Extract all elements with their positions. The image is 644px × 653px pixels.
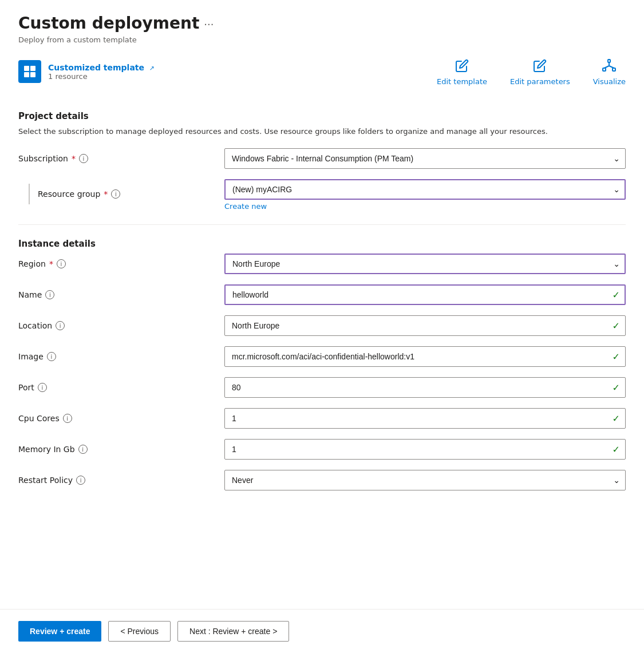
visualize-action[interactable]: Visualize: [593, 58, 626, 86]
svg-rect-0: [24, 66, 29, 71]
edit-parameters-action[interactable]: Edit parameters: [510, 58, 570, 86]
template-resources: 1 resource: [48, 72, 155, 81]
name-input[interactable]: [224, 284, 626, 305]
field-region: Region * i North Europe ⌄: [18, 254, 626, 274]
location-input[interactable]: [224, 315, 626, 336]
subscription-required: *: [72, 154, 76, 163]
visualize-icon: [601, 58, 617, 74]
port-input[interactable]: [224, 377, 626, 398]
svg-rect-1: [30, 66, 35, 71]
location-label: Location: [18, 321, 52, 330]
subscription-group: Subscription * i Windows Fabric - Intern…: [18, 148, 626, 169]
restart-policy-select[interactable]: Never: [224, 470, 626, 490]
restart-policy-info-icon[interactable]: i: [76, 476, 85, 485]
external-link-icon: ↗: [149, 65, 155, 72]
resource-group-group: Resource group * i (New) myACIRG ⌄ Creat…: [18, 179, 626, 211]
instance-details-title: Instance details: [18, 239, 626, 249]
name-label: Name: [18, 290, 42, 299]
edit-template-action[interactable]: Edit template: [437, 58, 487, 86]
project-details-desc: Select the subscription to manage deploy…: [18, 126, 626, 137]
edit-parameters-icon: [532, 58, 548, 74]
resource-group-required: *: [104, 189, 108, 199]
footer: Review + create < Previous Next : Review…: [0, 609, 644, 653]
port-info-icon[interactable]: i: [38, 383, 47, 392]
region-required: *: [49, 259, 53, 268]
memory-gb-label: Memory In Gb: [18, 445, 75, 454]
svg-line-8: [605, 66, 610, 68]
page-subtitle: Deploy from a custom template: [18, 35, 626, 44]
template-actions: Edit template Edit parameters: [437, 58, 626, 86]
region-label: Region: [18, 259, 46, 268]
memory-gb-info-icon[interactable]: i: [78, 445, 88, 454]
memory-gb-valid-icon: ✓: [613, 444, 620, 455]
image-input[interactable]: [224, 346, 626, 367]
memory-gb-input[interactable]: [224, 439, 626, 460]
name-valid-icon: ✓: [613, 290, 620, 300]
cpu-cores-valid-icon: ✓: [613, 413, 620, 424]
field-port: Port i ✓: [18, 377, 626, 398]
previous-button[interactable]: < Previous: [108, 621, 171, 642]
location-valid-icon: ✓: [613, 320, 620, 331]
review-create-button[interactable]: Review + create: [18, 621, 101, 642]
template-name-link[interactable]: Customized template: [48, 63, 144, 72]
visualize-label: Visualize: [593, 77, 626, 86]
instance-details-section: Instance details Region * i North Europe…: [18, 239, 626, 490]
project-details-section: Project details Select the subscription …: [18, 111, 626, 211]
resource-group-label: Resource group: [38, 189, 100, 199]
location-info-icon[interactable]: i: [56, 321, 65, 330]
page-title: Custom deployment: [18, 14, 199, 33]
template-bar: Customized template ↗ 1 resource Edit te…: [18, 58, 626, 95]
field-name: Name i ✓: [18, 284, 626, 305]
image-info-icon[interactable]: i: [47, 352, 56, 361]
edit-template-icon: [454, 58, 470, 74]
svg-rect-2: [24, 72, 29, 77]
svg-line-9: [609, 66, 614, 68]
svg-rect-3: [30, 72, 35, 77]
project-details-title: Project details: [18, 111, 626, 121]
more-options-icon[interactable]: ···: [204, 18, 214, 30]
field-restart-policy: Restart Policy i Never ⌄: [18, 470, 626, 490]
restart-policy-label: Restart Policy: [18, 476, 73, 485]
field-image: Image i ✓: [18, 346, 626, 367]
field-location: Location i ✓: [18, 315, 626, 336]
subscription-info-icon[interactable]: i: [79, 154, 88, 163]
cpu-cores-label: Cpu Cores: [18, 414, 60, 423]
resource-group-select[interactable]: (New) myACIRG: [224, 179, 626, 200]
field-memory-gb: Memory In Gb i ✓: [18, 439, 626, 460]
image-valid-icon: ✓: [613, 351, 620, 362]
port-label: Port: [18, 383, 34, 392]
field-cpu-cores: Cpu Cores i ✓: [18, 408, 626, 429]
template-info: Customized template ↗ 1 resource: [18, 60, 155, 83]
cpu-cores-info-icon[interactable]: i: [63, 414, 72, 423]
subscription-label: Subscription: [18, 154, 68, 163]
cpu-cores-input[interactable]: [224, 408, 626, 429]
edit-parameters-label: Edit parameters: [510, 77, 570, 86]
resource-group-info-icon[interactable]: i: [111, 189, 120, 199]
edit-template-label: Edit template: [437, 77, 487, 86]
next-button[interactable]: Next : Review + create >: [177, 621, 289, 642]
name-info-icon[interactable]: i: [45, 290, 54, 299]
create-new-link[interactable]: Create new: [224, 202, 267, 211]
region-select[interactable]: North Europe: [224, 254, 626, 274]
template-icon: [18, 60, 41, 83]
port-valid-icon: ✓: [613, 382, 620, 393]
region-info-icon[interactable]: i: [57, 259, 66, 268]
image-label: Image: [18, 352, 44, 361]
subscription-select[interactable]: Windows Fabric - Internal Consumption (P…: [224, 148, 626, 169]
